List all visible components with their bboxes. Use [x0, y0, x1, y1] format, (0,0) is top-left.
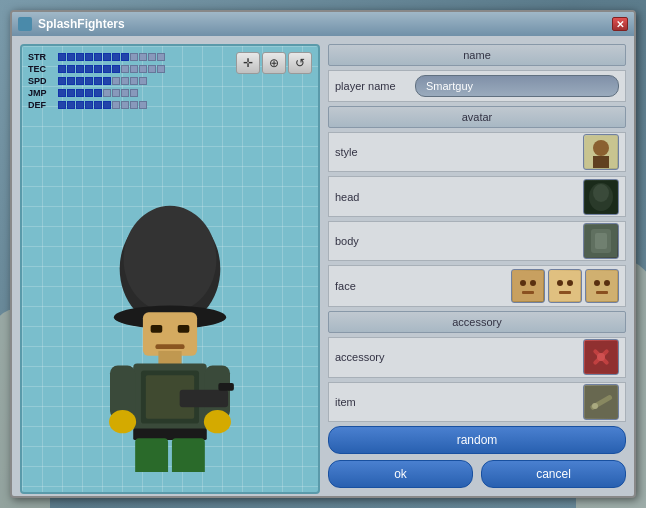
- svg-rect-40: [559, 291, 571, 294]
- stat-def: DEF: [28, 100, 165, 110]
- cancel-button[interactable]: cancel: [481, 460, 626, 488]
- body-thumbnail-svg: [585, 225, 617, 257]
- ok-cancel-row: ok cancel: [328, 460, 626, 488]
- title-text: SplashFighters: [18, 17, 125, 31]
- svg-rect-4: [151, 325, 163, 333]
- face-label: face: [335, 280, 415, 292]
- svg-rect-44: [596, 291, 608, 294]
- face-thumb-1[interactable]: [511, 269, 545, 303]
- random-button[interactable]: random: [328, 426, 626, 454]
- bottom-buttons: random ok cancel: [328, 426, 626, 488]
- character-figure: [90, 172, 250, 472]
- ok-button[interactable]: ok: [328, 460, 473, 488]
- style-label: style: [335, 146, 415, 158]
- stat-def-label: DEF: [28, 100, 56, 110]
- svg-rect-14: [218, 383, 233, 391]
- face-thumb-3[interactable]: [585, 269, 619, 303]
- name-section-header: name: [328, 44, 626, 66]
- player-name-input[interactable]: [415, 75, 619, 97]
- main-window: SplashFighters ✕ STR TEC: [10, 10, 636, 498]
- svg-point-1: [124, 206, 217, 312]
- svg-point-42: [594, 280, 600, 286]
- preview-controls: ✛ ⊕ ↺: [236, 52, 312, 74]
- window-title: SplashFighters: [38, 17, 125, 31]
- svg-rect-33: [513, 271, 543, 301]
- item-thumbnail-svg: [585, 386, 617, 418]
- svg-point-15: [109, 410, 136, 433]
- title-bar: SplashFighters ✕: [12, 12, 634, 36]
- stat-spd-bar: [58, 77, 147, 85]
- move-button[interactable]: ✛: [236, 52, 260, 74]
- svg-point-51: [592, 403, 598, 409]
- stat-spd: SPD: [28, 76, 165, 86]
- accessory-section-header: accessory: [328, 311, 626, 333]
- head-label: head: [335, 191, 415, 203]
- svg-point-39: [567, 280, 573, 286]
- accessory-thumbnail-svg: [585, 341, 617, 373]
- svg-point-25: [593, 140, 609, 156]
- character-svg: [90, 172, 250, 472]
- stat-jmp-label: JMP: [28, 88, 56, 98]
- stat-jmp-bar: [58, 89, 138, 97]
- svg-rect-26: [593, 156, 609, 168]
- reset-button[interactable]: ↺: [288, 52, 312, 74]
- character-preview-panel: STR TEC SPD: [20, 44, 320, 494]
- svg-point-35: [530, 280, 536, 286]
- head-row: head: [328, 176, 626, 216]
- body-row: body: [328, 221, 626, 261]
- svg-point-48: [597, 353, 605, 361]
- svg-rect-6: [155, 344, 184, 349]
- face-thumbs: [511, 269, 619, 303]
- svg-rect-32: [595, 233, 607, 249]
- style-thumbnail-svg: [585, 136, 617, 168]
- svg-rect-37: [550, 271, 580, 301]
- stat-jmp: JMP: [28, 88, 165, 98]
- accessory-thumbnail[interactable]: [583, 339, 619, 375]
- svg-point-29: [593, 184, 609, 202]
- stat-spd-label: SPD: [28, 76, 56, 86]
- svg-rect-13: [180, 390, 228, 407]
- close-button[interactable]: ✕: [612, 17, 628, 31]
- svg-rect-5: [178, 325, 190, 333]
- item-label: item: [335, 396, 415, 408]
- svg-rect-19: [172, 438, 205, 472]
- face-row: face: [328, 265, 626, 307]
- svg-point-43: [604, 280, 610, 286]
- face-thumb-2[interactable]: [548, 269, 582, 303]
- stat-def-bar: [58, 101, 147, 109]
- zoom-button[interactable]: ⊕: [262, 52, 286, 74]
- stats-panel: STR TEC SPD: [28, 52, 165, 112]
- face-thumb-3-svg: [587, 271, 617, 301]
- svg-rect-36: [522, 291, 534, 294]
- stat-str: STR: [28, 52, 165, 62]
- accessory-label: accessory: [335, 351, 415, 363]
- style-thumbnail[interactable]: [583, 134, 619, 170]
- stat-tec-label: TEC: [28, 64, 56, 74]
- svg-rect-18: [135, 438, 168, 472]
- head-thumbnail[interactable]: [583, 179, 619, 215]
- stat-str-bar: [58, 53, 165, 61]
- player-name-row: player name: [328, 70, 626, 102]
- item-thumbnail[interactable]: [583, 384, 619, 420]
- svg-rect-7: [158, 351, 181, 366]
- svg-point-16: [204, 410, 231, 433]
- app-icon: [18, 17, 32, 31]
- stat-tec-bar: [58, 65, 165, 73]
- face-thumb-1-svg: [513, 271, 543, 301]
- svg-rect-41: [587, 271, 617, 301]
- body-label: body: [335, 235, 415, 247]
- accessory-row: accessory: [328, 337, 626, 377]
- head-thumbnail-svg: [585, 181, 617, 213]
- svg-point-38: [557, 280, 563, 286]
- svg-rect-3: [143, 312, 197, 356]
- item-row: item: [328, 382, 626, 422]
- stat-str-label: STR: [28, 52, 56, 62]
- right-panel: name player name avatar style: [328, 44, 626, 488]
- body-thumbnail[interactable]: [583, 223, 619, 259]
- stat-tec: TEC: [28, 64, 165, 74]
- face-thumb-2-svg: [550, 271, 580, 301]
- style-row: style: [328, 132, 626, 172]
- avatar-section-header: avatar: [328, 106, 626, 128]
- content-area: STR TEC SPD: [12, 36, 634, 496]
- svg-point-34: [520, 280, 526, 286]
